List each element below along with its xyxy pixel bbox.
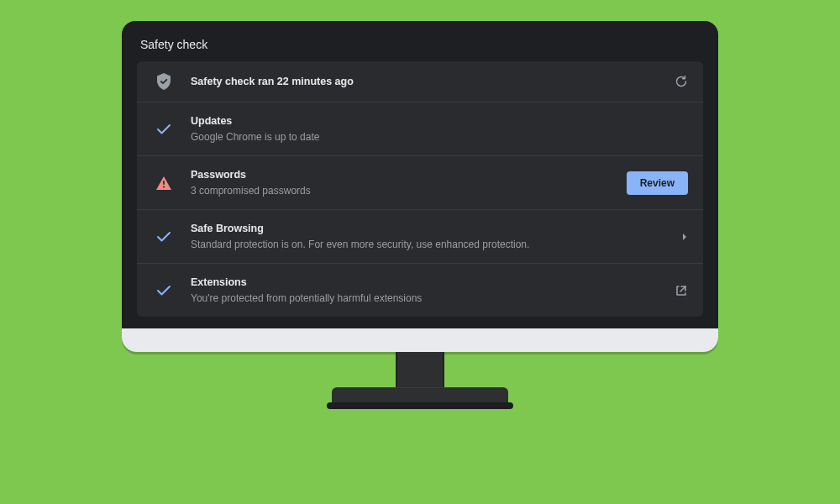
extensions-title: Extensions xyxy=(191,276,675,291)
extensions-subtitle: You're protected from potentially harmfu… xyxy=(191,292,675,306)
review-button[interactable]: Review xyxy=(627,171,688,195)
updates-title: Updates xyxy=(191,114,688,129)
check-icon xyxy=(152,123,176,135)
open-external-button[interactable] xyxy=(675,284,688,297)
passwords-row: Passwords 3 compromised passwords Review xyxy=(137,155,703,209)
safe-browsing-subtitle: Standard protection is on. For even more… xyxy=(191,239,682,252)
monitor-screen: Safety check Safety check ran 22 minutes… xyxy=(122,21,718,328)
check-icon xyxy=(152,231,176,243)
svg-point-1 xyxy=(163,186,165,187)
passwords-title: Passwords xyxy=(191,168,627,183)
safety-check-panel: Safety check ran 22 minutes ago xyxy=(137,61,703,317)
safe-browsing-title: Safe Browsing xyxy=(191,222,682,237)
chevron-right-icon xyxy=(682,233,688,241)
page-title: Safety check xyxy=(137,33,703,61)
check-icon xyxy=(152,285,176,297)
updates-subtitle: Google Chrome is up to date xyxy=(191,131,688,144)
svg-rect-0 xyxy=(163,181,165,185)
monitor-bezel xyxy=(122,328,718,352)
safe-browsing-row[interactable]: Safe Browsing Standard protection is on.… xyxy=(137,209,703,263)
updates-row: Updates Google Chrome is up to date xyxy=(137,102,703,155)
shield-check-icon xyxy=(152,73,176,90)
monitor-neck xyxy=(396,352,444,387)
safety-check-status-text: Safety check ran 22 minutes ago xyxy=(191,76,675,87)
extensions-row: Extensions You're protected from potenti… xyxy=(137,263,703,317)
warning-triangle-icon xyxy=(152,176,176,191)
refresh-button[interactable] xyxy=(675,75,688,88)
safety-check-header-row: Safety check ran 22 minutes ago xyxy=(137,61,703,102)
monitor-stand xyxy=(332,387,508,404)
passwords-subtitle: 3 compromised passwords xyxy=(191,185,627,198)
